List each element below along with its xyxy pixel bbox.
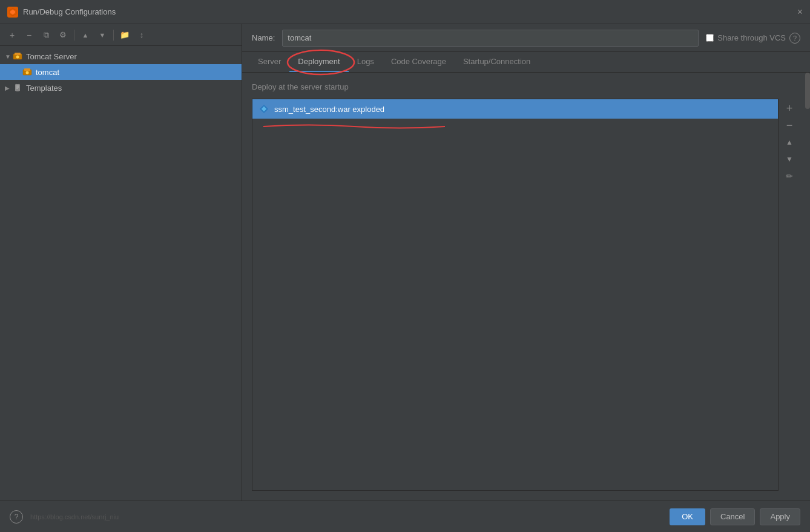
toolbar-separator-2	[113, 30, 114, 41]
move-artifact-down-button[interactable]: ▼	[782, 152, 797, 166]
move-artifact-up-button[interactable]: ▲	[782, 135, 797, 149]
deployment-tab-content: Deploy at the server startup ssm_test_se…	[242, 73, 810, 501]
add-artifact-button[interactable]: +	[782, 101, 797, 116]
tomcat-label: tomcat	[36, 68, 59, 77]
toolbar-separator-1	[74, 30, 74, 41]
tree-item-tomcat[interactable]: tomcat	[0, 64, 242, 80]
scrollbar-track	[805, 73, 810, 501]
deploy-header: Deploy at the server startup	[252, 82, 800, 91]
app-icon	[7, 7, 18, 18]
tree-arrow-tomcat-server: ▼	[5, 53, 12, 60]
templates-icon	[12, 82, 23, 93]
bottom-right: OK Cancel Apply	[670, 508, 800, 525]
war-exploded-icon	[258, 103, 269, 114]
share-vcs-checkbox[interactable]	[706, 34, 714, 42]
tab-server[interactable]: Server	[249, 52, 289, 72]
apply-button[interactable]: Apply	[760, 508, 800, 525]
deploy-area: ssm_test_second:war exploded + − ▲ ▼ ✏	[252, 99, 800, 491]
remove-button[interactable]: −	[22, 28, 36, 42]
scrollbar-thumb[interactable]	[805, 73, 810, 109]
tomcat-server-label: Tomcat Server	[26, 52, 77, 61]
tree-item-tomcat-server[interactable]: ▼ Tomcat Server	[0, 48, 242, 64]
help-button[interactable]: ?	[10, 510, 23, 524]
tree-item-templates[interactable]: ▶ Templates	[0, 80, 242, 96]
copy-button[interactable]: ⧉	[39, 28, 53, 42]
move-up-button[interactable]: ▲	[78, 28, 93, 42]
tab-logs[interactable]: Logs	[349, 52, 383, 72]
deploy-item-label: ssm_test_second:war exploded	[274, 105, 384, 114]
configuration-toolbar: + − ⧉ ⚙ ▲ ▼ 📁 ↕	[0, 24, 242, 46]
tomcat-icon	[22, 67, 33, 77]
svg-point-7	[26, 71, 29, 74]
ok-button[interactable]: OK	[670, 508, 705, 525]
name-bar: Name: Share through VCS ?	[242, 24, 810, 52]
cancel-button[interactable]: Cancel	[710, 508, 755, 525]
remove-artifact-button[interactable]: −	[782, 118, 797, 133]
configuration-tree: ▼ Tomcat Server	[0, 46, 242, 501]
folder-button[interactable]: 📁	[117, 28, 132, 42]
templates-label: Templates	[26, 84, 62, 93]
share-vcs-label: Share through VCS	[717, 33, 786, 42]
deploy-list-item[interactable]: ssm_test_second:war exploded	[252, 99, 778, 119]
title-bar: Run/Debug Configurations ×	[0, 0, 810, 24]
bottom-left: ? https://blog.csdn.net/sunrj_niu	[10, 510, 119, 524]
move-down-button[interactable]: ▼	[95, 28, 110, 42]
name-label: Name:	[252, 33, 275, 42]
close-button[interactable]: ×	[797, 7, 803, 17]
svg-rect-6	[24, 68, 30, 71]
left-panel: + − ⧉ ⚙ ▲ ▼ 📁 ↕	[0, 24, 242, 501]
tree-arrow-templates: ▶	[5, 85, 12, 91]
share-vcs-container: Share through VCS ?	[706, 33, 800, 44]
name-input[interactable]	[282, 30, 699, 47]
add-button[interactable]: +	[5, 28, 19, 42]
bottom-bar: ? https://blog.csdn.net/sunrj_niu OK Can…	[0, 501, 810, 532]
settings-button[interactable]: ⚙	[56, 28, 70, 42]
deploy-list: ssm_test_second:war exploded	[252, 99, 779, 491]
svg-point-4	[16, 56, 19, 59]
main-container: + − ⧉ ⚙ ▲ ▼ 📁 ↕	[0, 24, 810, 501]
edit-artifact-button[interactable]: ✏	[782, 169, 797, 183]
right-panel: Name: Share through VCS ? Server Deploym…	[242, 24, 810, 501]
dialog-title: Run/Debug Configurations	[23, 7, 116, 16]
side-actions: + − ▲ ▼ ✏	[779, 99, 800, 491]
help-icon-vcs[interactable]: ?	[789, 33, 800, 44]
tomcat-server-icon	[12, 51, 23, 62]
tab-deployment[interactable]: Deployment	[289, 52, 348, 72]
sort-button[interactable]: ↕	[134, 28, 149, 42]
tab-code-coverage[interactable]: Code Coverage	[383, 52, 455, 72]
watermark: https://blog.csdn.net/sunrj_niu	[30, 513, 119, 521]
svg-rect-3	[15, 53, 21, 55]
tabs-bar: Server Deployment Logs Code Coverage Sta…	[242, 52, 810, 73]
tab-startup-connection[interactable]: Startup/Connection	[455, 52, 539, 72]
